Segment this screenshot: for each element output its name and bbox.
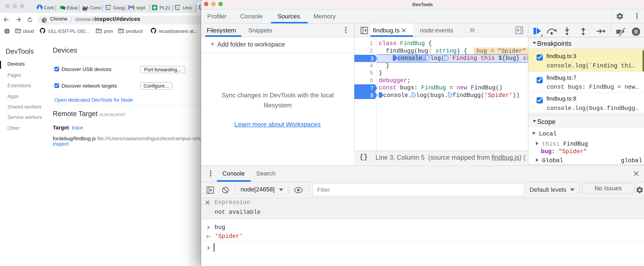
svg-text:3: 3	[370, 56, 374, 62]
svg-text:7: 7	[370, 85, 374, 92]
svg-text:31: 31	[176, 6, 179, 9]
svg-text:31: 31	[106, 6, 110, 9]
svg-text:100+: 100+	[82, 8, 87, 10]
svg-text:8: 8	[370, 92, 374, 99]
